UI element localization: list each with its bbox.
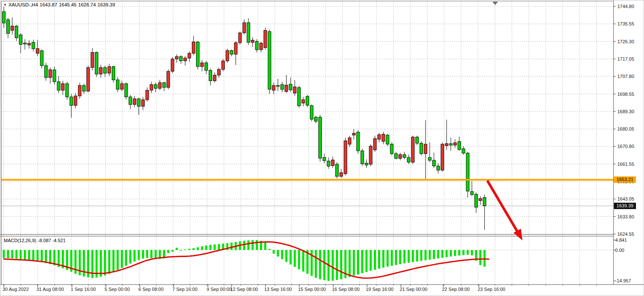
macd-histogram-bar <box>184 249 186 250</box>
candle <box>386 135 389 144</box>
macd-histogram-bar <box>188 249 191 250</box>
candle <box>184 58 187 61</box>
candle <box>53 70 56 82</box>
macd-histogram-bar <box>285 250 287 262</box>
candle <box>124 84 127 97</box>
macd-histogram-bar <box>471 250 473 256</box>
candle <box>348 138 351 144</box>
candle <box>340 173 343 176</box>
candle <box>483 198 486 206</box>
candle <box>272 86 275 90</box>
candle <box>192 42 195 53</box>
macd-histogram-bar <box>167 250 169 253</box>
macd-histogram-bar <box>425 250 427 260</box>
candle <box>70 97 73 105</box>
macd-histogram-bar <box>361 250 363 274</box>
macd-histogram-bar <box>336 250 338 280</box>
candle <box>163 83 166 87</box>
candle <box>234 43 237 54</box>
candle <box>466 153 469 191</box>
candle <box>365 163 368 165</box>
chart-shift-marker-icon[interactable] <box>492 2 498 5</box>
macd-histogram-bar <box>32 250 34 261</box>
candle <box>458 142 461 150</box>
candle <box>213 75 216 81</box>
candle <box>243 22 246 33</box>
macd-histogram-bar <box>273 250 275 254</box>
candle <box>221 61 224 70</box>
chart-canvas[interactable] <box>0 0 644 296</box>
macd-histogram-bar <box>445 250 448 257</box>
candle <box>238 33 241 43</box>
macd-histogram-bar <box>395 250 397 265</box>
candle <box>445 144 448 146</box>
macd-histogram-bar <box>125 250 127 266</box>
macd-histogram-bar <box>256 240 258 250</box>
orange-horizontal-line[interactable] <box>1 179 614 181</box>
candle <box>327 161 330 166</box>
candle <box>112 67 115 80</box>
macd-histogram-bar <box>19 250 22 260</box>
macd-histogram-bar <box>264 242 266 250</box>
macd-histogram-bar <box>277 250 279 257</box>
candle <box>171 59 174 71</box>
candle <box>150 84 153 90</box>
candle <box>49 70 52 78</box>
macd-histogram-bar <box>24 250 26 260</box>
macd-histogram-bar <box>441 250 443 258</box>
candle <box>36 49 39 53</box>
candle <box>83 86 86 91</box>
candle <box>378 135 381 140</box>
candle <box>116 80 119 89</box>
down-trend-arrow[interactable] <box>487 181 522 240</box>
macd-histogram-bar <box>467 250 469 255</box>
macd-histogram-bar <box>412 250 414 262</box>
macd-histogram-bar <box>138 250 140 260</box>
macd-histogram-bar <box>108 250 111 274</box>
macd-histogram-bar <box>176 248 178 250</box>
candle <box>104 67 107 73</box>
macd-histogram-bar <box>230 243 232 250</box>
candle <box>95 53 98 74</box>
candle <box>289 84 292 90</box>
macd-histogram-bar <box>315 250 317 278</box>
candle <box>285 85 288 92</box>
macd-histogram-bar <box>36 250 39 262</box>
candle <box>108 67 111 73</box>
candle <box>32 42 35 49</box>
macd-histogram-bar <box>353 250 355 276</box>
candle <box>432 160 435 166</box>
candle <box>319 117 322 158</box>
macd-histogram-bar <box>205 246 207 250</box>
candle <box>281 84 284 89</box>
candle <box>369 146 372 165</box>
arrow-shaft[interactable] <box>487 181 518 232</box>
candle <box>78 86 81 96</box>
macd-histogram-bar <box>268 249 271 250</box>
macd-histogram-bar <box>378 250 380 269</box>
macd-signal-line <box>4 242 489 278</box>
candle <box>399 155 402 159</box>
candle <box>470 192 473 195</box>
macd-histogram-bar <box>404 250 406 264</box>
candle <box>226 50 229 61</box>
candle <box>449 144 452 145</box>
candle <box>462 149 465 153</box>
macd-histogram-bar <box>348 250 351 277</box>
macd-histogram-bar <box>340 250 342 279</box>
candle <box>395 154 398 158</box>
candle <box>129 97 132 104</box>
macd-histogram-bar <box>142 250 144 259</box>
candle <box>373 139 376 150</box>
macd-histogram-bar <box>243 241 245 250</box>
candle <box>167 71 170 87</box>
macd-histogram-bar <box>193 248 195 250</box>
macd-histogram-bar <box>323 250 326 280</box>
candle <box>23 43 26 44</box>
candle <box>175 56 178 59</box>
candle <box>209 70 212 81</box>
macd-histogram-bar <box>201 246 203 250</box>
macd-histogram-bar <box>41 250 43 262</box>
candle <box>40 51 43 66</box>
candle <box>91 53 94 68</box>
